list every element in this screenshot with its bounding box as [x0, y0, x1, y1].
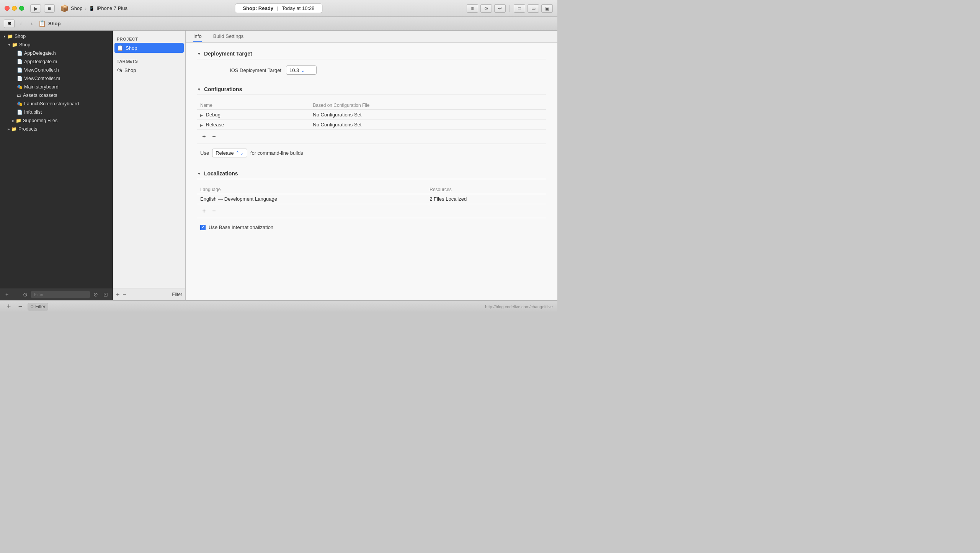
remove-loc-btn[interactable]: −: [210, 207, 218, 215]
maximize-button[interactable]: [19, 6, 24, 11]
separator: [197, 218, 546, 218]
sidebar-item-label: Assets.xcassets: [23, 93, 57, 98]
nav-forward-btn[interactable]: ›: [28, 20, 36, 28]
file-icon: 📄: [17, 51, 23, 56]
row-expand-icon: ▶: [200, 113, 203, 117]
debug-btn[interactable]: ▭: [528, 4, 539, 13]
config-file-debug: No Configurations Set: [310, 110, 546, 120]
chevron-down-icon: ⌃⌄: [235, 150, 244, 156]
section-collapse-icon[interactable]: ▼: [197, 52, 201, 56]
toolbar-right: ≡ ⊙ ↩ □ ▭ ▣: [467, 4, 553, 13]
file-icon: 📄: [17, 76, 23, 81]
add-btn[interactable]: +: [5, 303, 13, 311]
sidebar-item-assets[interactable]: 🗂 Assets.xcassets: [0, 91, 113, 100]
ios-deployment-label: iOS Deployment Target: [205, 67, 281, 73]
use-config-dropdown[interactable]: Release ⌃⌄: [212, 149, 247, 157]
filter-bar: ⊙ Filter: [28, 303, 48, 311]
target-item-label: Shop: [124, 67, 136, 73]
localizations-section: ▼ Localizations Language Resources Engli…: [197, 170, 546, 233]
section-collapse-icon[interactable]: ▼: [197, 87, 201, 92]
sidebar-item-info-plist[interactable]: 📄 Info.plist: [0, 108, 113, 116]
config-file-release: No Configurations Set: [310, 120, 546, 130]
section-title-configurations: Configurations: [204, 86, 242, 92]
filter-icon: ⊙: [30, 304, 34, 309]
folder-icon: 📁: [12, 42, 18, 47]
deployment-target-section: ▼ Deployment Target iOS Deployment Targe…: [197, 51, 546, 75]
filter-input[interactable]: [31, 291, 90, 298]
content-area: Info Build Settings ▼ Deployment Target …: [186, 31, 557, 300]
add-target-btn[interactable]: +: [116, 291, 119, 298]
loc-language: English — Development Language: [197, 194, 426, 204]
bottom-bar: + − ⊙ Filter http://blog.codelive.com/ch…: [0, 300, 557, 312]
sidebar-item-label: LaunchScreen.storyboard: [24, 101, 79, 106]
remove-target-btn[interactable]: −: [122, 291, 126, 298]
ios-version-dropdown[interactable]: 10.3 ⌄: [286, 65, 317, 75]
filter-options-btn[interactable]: ⊙: [92, 291, 100, 298]
table-row[interactable]: ▶ Release No Configurations Set: [197, 120, 546, 130]
sidebar-item-viewcontroller-m[interactable]: 📄 ViewController.m: [0, 74, 113, 83]
remove-config-btn[interactable]: −: [210, 133, 218, 141]
table-row[interactable]: English — Development Language 2 Files L…: [197, 194, 546, 204]
editor-version-btn[interactable]: ↩: [494, 4, 506, 13]
sidebar-item-supporting-files[interactable]: ▶ 📁 Supporting Files: [0, 116, 113, 125]
localizations-table: Language Resources English — Development…: [197, 185, 546, 204]
tab-build-settings[interactable]: Build Settings: [213, 31, 244, 42]
sidebar-item-viewcontroller-h[interactable]: 📄 ViewController.h: [0, 66, 113, 74]
use-config-row: Use Release ⌃⌄ for command-line builds: [197, 147, 546, 159]
storyboard-icon: 🎭: [17, 84, 23, 90]
remove-btn[interactable]: −: [16, 303, 24, 311]
project-item-shop[interactable]: 📋 Shop: [114, 43, 184, 53]
tab-info[interactable]: Info: [193, 31, 202, 42]
utilities-btn[interactable]: ▣: [541, 4, 553, 13]
assets-icon: 🗂: [17, 93, 21, 98]
table-row[interactable]: ▶ Debug No Configurations Set: [197, 110, 546, 120]
close-button[interactable]: [5, 6, 10, 11]
triangle-icon: ▼: [3, 35, 6, 38]
sidebar-item-appdelegate-h[interactable]: 📄 AppDelegate.h: [0, 49, 113, 57]
sidebar-item-appdelegate-m[interactable]: 📄 AppDelegate.m: [0, 57, 113, 66]
sidebar-item-label: Products: [18, 126, 37, 132]
sidebar-item-shop-root[interactable]: ▼ 📁 Shop: [0, 32, 113, 41]
project-item-label: Shop: [126, 45, 137, 51]
editor-standard-btn[interactable]: ≡: [467, 4, 478, 13]
nav-back-btn[interactable]: ‹: [17, 20, 25, 28]
run-button[interactable]: ▶: [30, 4, 41, 13]
triangle-icon: ▶: [8, 128, 10, 131]
project-item-target-shop[interactable]: 🛍 Shop: [113, 65, 185, 75]
project-panel-footer: + − Filter: [113, 288, 185, 300]
folder-icon: 📁: [7, 34, 13, 39]
filter-scope-btn[interactable]: ⊡: [102, 291, 109, 298]
minimize-button[interactable]: [12, 6, 17, 11]
breadcrumb-title: Shop: [48, 21, 61, 26]
navigator-btn[interactable]: □: [514, 4, 525, 13]
add-file-btn[interactable]: +: [3, 291, 11, 298]
section-header-localizations: ▼ Localizations: [197, 170, 546, 179]
device-name: iPhone 7 Plus: [97, 5, 127, 11]
configurations-table: Name Based on Configuration File ▶ Debug…: [197, 101, 546, 130]
loc-resources: 2 Files Localized: [426, 194, 546, 204]
titlebar: ▶ ■ 📦 Shop › 📱 iPhone 7 Plus Shop: Ready…: [0, 0, 557, 17]
editor-assistant-btn[interactable]: ⊙: [480, 4, 492, 13]
sidebar-content: ▼ 📁 Shop ▼ 📁 Shop 📄 AppDelegate.h 📄: [0, 31, 113, 288]
sidebar-item-label: Info.plist: [24, 110, 42, 115]
sidebar-item-main-storyboard[interactable]: 🎭 Main.storyboard: [0, 83, 113, 91]
use-base-checkbox[interactable]: ✓: [200, 225, 206, 230]
filter-text: Filter: [172, 292, 182, 297]
row-expand-icon: ▶: [200, 123, 203, 127]
breadcrumb-icon: 📋: [38, 20, 46, 27]
sidebar: ▼ 📁 Shop ▼ 📁 Shop 📄 AppDelegate.h 📄: [0, 31, 113, 300]
section-collapse-icon[interactable]: ▼: [197, 172, 201, 176]
project-panel: PROJECT 📋 Shop TARGETS 🛍 Shop + − Filter: [113, 31, 186, 300]
sidebar-item-shop-group[interactable]: ▼ 📁 Shop: [0, 41, 113, 49]
sidebar-item-launchscreen[interactable]: 🎭 LaunchScreen.storyboard: [0, 100, 113, 108]
add-loc-btn[interactable]: +: [200, 207, 208, 215]
sidebar-item-label: Shop: [15, 34, 26, 39]
sidebar-item-products[interactable]: ▶ 📁 Products: [0, 125, 113, 133]
use-base-internationalization-row: ✓ Use Base Internationalization: [197, 221, 546, 233]
grid-view-btn[interactable]: ⊞: [4, 20, 15, 28]
add-config-btn[interactable]: +: [200, 133, 208, 141]
toolbar-controls: ▶ ■: [30, 4, 55, 13]
use-label: Use: [200, 150, 209, 156]
stop-button[interactable]: ■: [44, 4, 55, 13]
config-name-debug: ▶ Debug: [197, 110, 310, 120]
